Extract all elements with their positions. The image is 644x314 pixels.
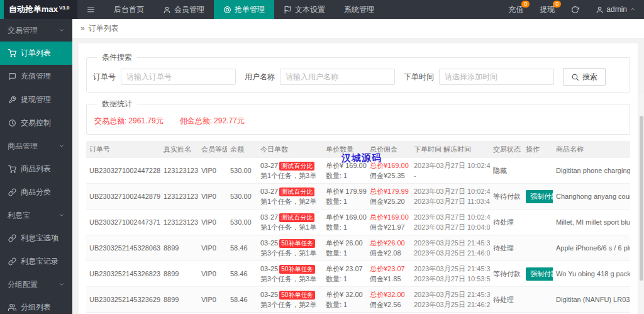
product-cell: Apple iPhone6/6 s / 6 plus/splus iPhone7… [553,235,630,261]
today-date: 03-27测试百分比 [260,160,319,171]
app-root: 自动抢单maxV3.0 后台首页会员管理抢单管理文本设置系统管理 充值0提现0a… [0,0,644,314]
sidebar-item-订单列表[interactable]: 订单列表 [0,42,72,65]
sidebar-item-充值管理[interactable]: 充值管理 [0,65,72,88]
time-cell: 2023年03月25日 21:45:322023年03月25日 21:46:25 [411,287,490,313]
chevron-down-icon [58,143,65,149]
search-input-用户名称[interactable] [280,69,395,85]
unfreeze-time-text: 2023年03月27日 11:03:41 [414,196,487,206]
table-row: UB23032521453268238899VIP058.4603-2550补单… [86,261,630,287]
sidebar-item-分组列表[interactable]: 分组列表 [0,296,72,314]
unfreeze-time-text: 2023年03月27日 10:04:05 [414,222,487,232]
balance-cell: 58.46 [227,235,257,261]
time-cell: 2023年03月27日 10:02:442023年03月27日 11:03:41 [411,184,490,210]
refresh-button[interactable] [563,0,587,19]
force-pay-button[interactable]: 强制付款 [526,190,553,203]
today-orders-cell: 03-2550补单任务第3个任务，第1单 [257,235,323,261]
search-field-label: 用户名称 [245,72,275,82]
sidebar-item-利息宝选项[interactable]: 利息宝选项 [0,227,72,250]
scrollbar-thumb[interactable] [640,116,643,281]
search-field-label: 订单号 [93,72,116,82]
table-row: UB2303271002447371123123123VIP0530.0003-… [86,210,630,235]
top-nav: 后台首页会员管理抢单管理文本设置系统管理 [104,0,384,19]
today-orders-cell: 03-2550补单任务第3个任务，第3单 [257,261,323,287]
user-menu[interactable]: admin [587,0,644,19]
action-cell: 强制付款 [523,184,553,210]
search-button-label: 搜索 [582,72,597,82]
column-header: 会员等级 [198,141,227,158]
search-panel-title: 条件搜索 [97,52,137,63]
level-cell: VIP0 [198,158,227,184]
breadcrumb-label: 订单列表 [89,23,119,34]
top-nav-item[interactable]: 抢单管理 [214,0,274,19]
real-name-cell: 8899 [160,261,198,287]
sidebar-item-label: 利息宝选项 [21,233,58,244]
today-date: 03-2550补单任务 [260,264,319,274]
unfreeze-time-text: - [414,171,487,181]
app-title: 自动抢单max [9,4,58,15]
task-type-badge: 测试百分比 [279,188,314,196]
sidebar-item-商品分类[interactable]: 商品分类 [0,181,72,204]
top-nav-item-label: 抢单管理 [235,4,265,15]
unit-price-text: 单价¥ 169.00 [326,212,364,222]
sidebar-item-利息宝记录[interactable]: 利息宝记录 [0,250,72,273]
sidebar-item-label: 商品分类 [21,187,51,198]
sidebar-section-label: 利息宝 [8,210,30,221]
menu-icon [87,6,95,14]
top-nav-item[interactable]: 后台首页 [104,0,153,19]
top-nav-item-label: 文本设置 [295,4,325,15]
search-field: 用户名称 [245,69,395,85]
order-time-text: 2023年03月27日 10:02:44 [414,160,487,171]
top-nav-item[interactable]: 会员管理 [153,0,214,19]
column-header: 订单号 [86,141,160,158]
target-icon [223,6,231,14]
search-input-订单号[interactable] [121,69,236,85]
order-no-cell: UB2303252145328063 [86,235,160,261]
chevron-down-icon [58,281,65,288]
breadcrumb-arrow: » [80,24,85,33]
search-field-label: 下单时间 [404,72,434,82]
sidebar-item-提现管理[interactable]: 提现管理 [0,88,72,111]
menu-toggle-button[interactable] [77,0,104,19]
user-icon [596,6,604,14]
sidebar-section-利息宝[interactable]: 利息宝 [0,204,72,227]
balance-cell: 530.00 [227,184,257,210]
header-quick-link[interactable]: 充值0 [500,0,531,19]
sidebar-section-分组配置[interactable]: 分组配置 [0,273,72,296]
quantity-text: 数量: 1 [326,274,364,284]
stat-value: 292.77元 [214,116,245,125]
search-button[interactable]: 搜索 [563,68,606,86]
order-time-text: 2023年03月27日 10:02:44 [414,186,487,196]
force-pay-button[interactable]: 强制付款 [526,267,553,281]
level-cell: VIP0 [198,261,227,287]
commission-text: 佣金¥21.97 [370,222,408,232]
quantity-text: 数量: 1 [326,171,364,181]
column-header: 余额 [227,141,257,158]
link-icon [8,188,16,196]
top-nav-item[interactable]: 系统管理 [335,0,384,19]
total-price-text: 总价¥169.00 [370,160,408,171]
total-price-text: 总价¥26.00 [370,238,408,248]
sidebar-section-交易管理[interactable]: 交易管理 [0,19,72,42]
sidebar-item-label: 分组列表 [21,302,51,313]
sidebar-item-商品列表[interactable]: 商品列表 [0,157,72,181]
unit-price-text: 单价¥ 179.99 [326,186,364,196]
sidebar-item-交易控制[interactable]: 交易控制 [0,111,72,135]
today-orders-cell: 03-27测试百分比第1个任务，第3单 [257,158,323,184]
header-quick-link[interactable]: 提现0 [531,0,563,19]
level-cell: VIP0 [198,287,227,313]
sidebar-section-商品管理[interactable]: 商品管理 [0,135,72,157]
top-nav-item[interactable]: 文本设置 [274,0,335,19]
time-cell: 2023年03月25日 21:45:322023年03月25日 21:46:09 [411,235,490,261]
search-fields: 订单号用户名称下单时间搜索 [93,68,623,86]
quantity-text: 数量: 1 [326,222,364,232]
scrollbar-track[interactable] [639,94,644,314]
count-badge: 0 [553,1,561,8]
today-date-text: 03-27 [260,188,278,195]
unit-price-cell: 单价¥ 32.00数量: 1 [323,287,367,313]
search-input-下单时间[interactable] [439,69,554,85]
today-task-text: 第3个任务，第3单 [260,274,319,284]
unfreeze-time-text: 2023年03月25日 21:46:25 [414,300,487,310]
stats-row: 交易总额:2961.79元佣金总额:292.77元 [93,115,623,128]
total-cell: 总价¥169.00佣金¥25.35 [367,158,411,184]
chevron-down-icon [58,27,65,33]
